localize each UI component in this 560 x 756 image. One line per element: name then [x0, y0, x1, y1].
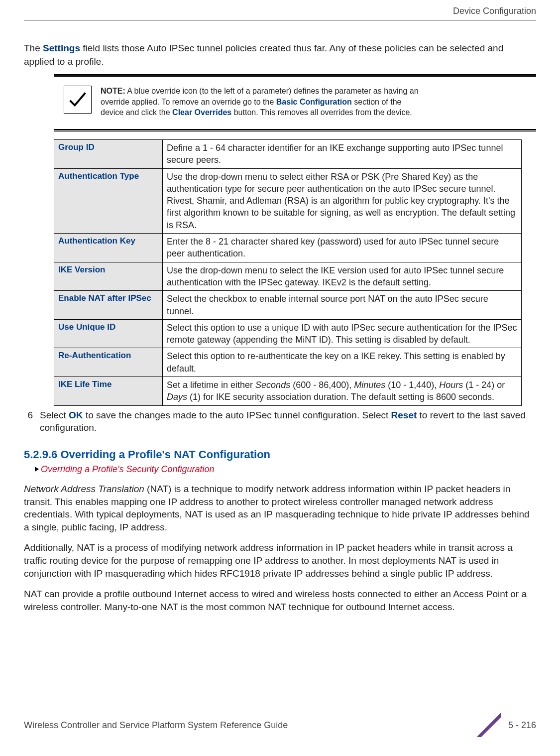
intro-paragraph: The Settings field lists those Auto IPSe…	[24, 42, 536, 68]
note-top-rule	[54, 74, 536, 77]
running-header-text: Device Configuration	[453, 6, 536, 16]
note-kw-clear-overrides: Clear Overrides	[172, 108, 231, 117]
note-label: NOTE:	[101, 87, 125, 95]
note-kw-basic-config: Basic Configuration	[276, 98, 352, 106]
table-row: Re-Authentication Select this option to …	[54, 348, 522, 377]
param-label: Authentication Key	[54, 234, 163, 262]
param-label: Use Unique ID	[54, 319, 163, 348]
param-desc: Use the drop-down menu to select either …	[163, 168, 522, 233]
step-number: 6	[24, 409, 33, 434]
page-number: 5 - 216	[508, 720, 536, 731]
param-label: Enable NAT after IPSec	[54, 291, 163, 320]
page-footer: Wireless Controller and Service Platform…	[24, 713, 536, 737]
param-label: Group ID	[54, 139, 163, 168]
parameters-table: Group ID Define a 1 - 64 character ident…	[54, 139, 522, 406]
body-paragraph-1: Network Address Translation (NAT) is a t…	[24, 483, 536, 534]
footer-slash-icon	[477, 713, 501, 737]
step-6: 6 Select OK to save the changes made to …	[24, 409, 536, 434]
table-row: Group ID Define a 1 - 64 character ident…	[54, 139, 522, 168]
step-kw-reset: Reset	[391, 410, 417, 420]
param-desc: Define a 1 - 64 character identifier for…	[163, 139, 522, 168]
param-desc: Select this option to re-authenticate th…	[163, 348, 522, 377]
body-paragraph-3: NAT can provide a profile outbound Inter…	[24, 588, 536, 613]
triangle-right-icon	[34, 466, 40, 472]
note-bottom-rule	[54, 129, 536, 131]
param-desc: Set a lifetime in either Seconds (600 - …	[163, 377, 522, 406]
param-desc: Select the checkbox to enable internal s…	[163, 291, 522, 320]
table-row: Authentication Type Use the drop-down me…	[54, 168, 522, 233]
param-label: IKE Life Time	[54, 377, 163, 406]
checkmark-icon	[64, 86, 92, 114]
note-block: NOTE: A blue override icon (to the left …	[24, 86, 536, 118]
param-label: Authentication Type	[54, 168, 163, 233]
param-label: Re-Authentication	[54, 348, 163, 377]
param-desc: Use the drop-down menu to select the IKE…	[163, 262, 522, 291]
breadcrumb: Overriding a Profile's Security Configur…	[34, 464, 536, 475]
table-row: Use Unique ID Select this option to use …	[54, 319, 522, 348]
table-row: IKE Version Use the drop-down menu to se…	[54, 262, 522, 291]
running-header: Device Configuration	[24, 6, 536, 16]
param-desc: Select this option to use a unique ID wi…	[163, 319, 522, 348]
footer-title: Wireless Controller and Service Platform…	[24, 720, 470, 731]
param-desc: Enter the 8 - 21 character shared key (p…	[163, 234, 522, 262]
table-row: IKE Life Time Set a lifetime in either S…	[54, 377, 522, 406]
breadcrumb-text: Overriding a Profile's Security Configur…	[41, 464, 215, 475]
step-kw-ok: OK	[69, 410, 83, 420]
header-rule	[24, 20, 536, 21]
intro-keyword: Settings	[43, 43, 80, 53]
body-paragraph-2: Additionally, NAT is a process of modify…	[24, 541, 536, 580]
section-heading: 5.2.9.6 Overriding a Profile's NAT Confi…	[24, 448, 536, 461]
param-label: IKE Version	[54, 262, 163, 291]
table-row: Authentication Key Enter the 8 - 21 char…	[54, 234, 522, 262]
table-row: Enable NAT after IPSec Select the checkb…	[54, 291, 522, 320]
